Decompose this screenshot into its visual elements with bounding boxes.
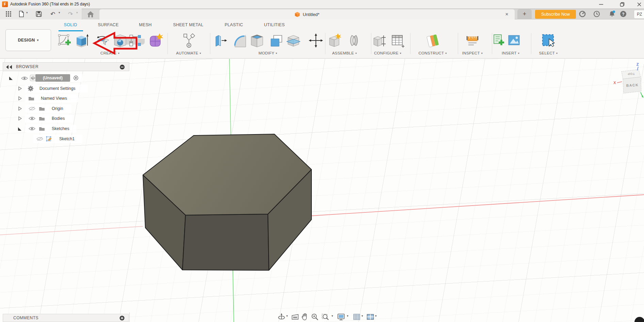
new-tab-button[interactable]: +: [517, 9, 532, 19]
orbit-icon[interactable]: [277, 313, 286, 321]
display-settings-icon[interactable]: [337, 313, 345, 321]
configuration-table-icon[interactable]: [390, 33, 405, 48]
document-name-chip[interactable]: (Unsaved): [35, 74, 70, 82]
browser-row-document-settings[interactable]: Document Settings: [3, 84, 129, 93]
grid-menu-caret[interactable]: ▾: [361, 314, 363, 318]
press-pull-icon[interactable]: [213, 33, 228, 48]
recent-data-clock-icon[interactable]: [593, 10, 600, 18]
expand-comments-icon[interactable]: [119, 316, 125, 321]
group-label-construct[interactable]: CONSTRUCT▾: [418, 51, 447, 55]
insert-derive-icon[interactable]: [491, 33, 506, 48]
fit-zoom-window-icon[interactable]: [321, 313, 329, 321]
activate-radio-icon[interactable]: [73, 75, 79, 81]
zoom-icon[interactable]: [311, 313, 319, 321]
job-status-icon[interactable]: [579, 10, 586, 18]
collapsed-caret-icon[interactable]: [18, 107, 22, 111]
file-new-icon[interactable]: [18, 11, 25, 17]
avatar[interactable]: PZ: [634, 10, 644, 19]
grid-and-snaps-icon[interactable]: [353, 313, 361, 321]
eye-hidden-icon[interactable]: [36, 137, 43, 141]
group-label-insert[interactable]: INSERT▾: [502, 51, 519, 55]
create-form-icon[interactable]: [148, 33, 163, 48]
subscribe-button[interactable]: Subscribe Now: [535, 10, 576, 19]
group-label-automate[interactable]: AUTOMATE▾: [176, 51, 201, 55]
close-icon: [637, 2, 642, 7]
collapse-tree-icon[interactable]: [119, 64, 125, 70]
automate-icon[interactable]: [181, 33, 196, 48]
comments-bar[interactable]: COMMENTS: [3, 314, 129, 322]
browser-row-sketches[interactable]: Sketches: [3, 124, 129, 133]
view-cube[interactable]: TOP BACK Z X: [613, 62, 644, 99]
close-tab-icon[interactable]: ✕: [504, 11, 510, 17]
expanded-caret-icon[interactable]: [18, 127, 22, 131]
collapse-panel-icon[interactable]: [5, 65, 13, 69]
shell-icon[interactable]: [249, 33, 264, 48]
group-label-configure[interactable]: CONFIGURE▾: [374, 51, 401, 55]
row-label: Named Views: [41, 94, 67, 103]
joint-icon[interactable]: [347, 33, 361, 48]
undo-icon[interactable]: ↶: [50, 11, 57, 17]
canvas-icon[interactable]: [506, 33, 521, 48]
minimize-button[interactable]: [594, 0, 609, 9]
offset-plane-icon[interactable]: [425, 33, 440, 48]
group-label-select[interactable]: SELECT▾: [539, 51, 558, 55]
help-icon[interactable]: ?: [619, 10, 627, 18]
split-body-icon[interactable]: [286, 33, 301, 48]
redo-icon[interactable]: ↷: [68, 11, 75, 17]
eye-visible-icon[interactable]: [21, 76, 28, 80]
close-button[interactable]: [632, 0, 644, 9]
file-menu-caret[interactable]: ▾: [26, 11, 28, 14]
model-body[interactable]: [143, 134, 311, 270]
browser-row-sketch1[interactable]: Sketch1: [3, 134, 129, 143]
document-tab[interactable]: Untitled* ✕: [99, 9, 515, 19]
viewports-menu-caret[interactable]: ▾: [375, 314, 377, 318]
browser-row-root[interactable]: (Unsaved): [3, 74, 129, 82]
select-icon[interactable]: [541, 33, 556, 48]
configure-icon[interactable]: [372, 33, 387, 48]
tab-sheet-metal[interactable]: SHEET METAL: [173, 22, 204, 27]
new-component-icon[interactable]: [327, 33, 342, 48]
tab-solid[interactable]: SOLID: [64, 22, 77, 27]
eye-hidden-icon[interactable]: [29, 107, 35, 111]
browser-row-origin[interactable]: Origin: [3, 104, 129, 113]
model-face-front[interactable]: [182, 214, 269, 270]
design-workspace-menu[interactable]: DESIGN ▾: [5, 29, 51, 51]
eye-visible-icon[interactable]: [29, 127, 35, 131]
tab-plastic[interactable]: PLASTIC: [225, 22, 243, 27]
measure-icon[interactable]: [465, 33, 480, 48]
browser-header[interactable]: BROWSER: [3, 62, 129, 71]
undo-menu-caret[interactable]: ▾: [59, 11, 60, 14]
eye-visible-icon[interactable]: [29, 116, 35, 120]
tab-surface[interactable]: SURFACE: [98, 22, 118, 27]
expanded-caret-icon[interactable]: [9, 76, 13, 80]
tab-mesh[interactable]: MESH: [139, 22, 151, 27]
group-label-modify[interactable]: MODIFY▾: [259, 51, 277, 55]
fillet-icon[interactable]: [231, 33, 246, 48]
tab-utilities[interactable]: UTILITIES: [264, 22, 285, 27]
pan-icon[interactable]: [301, 313, 309, 321]
browser-row-bodies[interactable]: Bodies: [3, 114, 129, 123]
zoom-menu-caret[interactable]: ▾: [332, 314, 333, 318]
orbit-menu-caret[interactable]: ▾: [286, 314, 288, 318]
redo-menu-caret[interactable]: ▾: [76, 11, 78, 14]
display-menu-caret[interactable]: ▾: [347, 314, 349, 318]
collapsed-caret-icon[interactable]: [18, 96, 22, 100]
viewports-icon[interactable]: [366, 313, 374, 321]
group-label-inspect[interactable]: INSPECT▾: [462, 51, 483, 55]
move-copy-icon[interactable]: [308, 33, 323, 48]
save-icon[interactable]: [35, 11, 42, 17]
collapsed-caret-icon[interactable]: [18, 86, 22, 91]
browser-row-named-views[interactable]: Named Views: [3, 94, 129, 103]
look-at-icon[interactable]: [291, 313, 299, 321]
collapsed-caret-icon[interactable]: [18, 116, 22, 120]
restore-button[interactable]: [615, 0, 630, 9]
home-view-button[interactable]: [82, 9, 99, 19]
extrude-icon[interactable]: [75, 33, 90, 48]
row-label: Document Settings: [39, 84, 76, 93]
app-grid-icon[interactable]: [5, 11, 12, 17]
notifications-bell-icon[interactable]: [608, 10, 616, 18]
create-sketch-icon[interactable]: [57, 33, 72, 48]
group-label-assemble[interactable]: ASSEMBLE▾: [332, 51, 357, 55]
window-title: Autodesk Fusion 360 (Trial ends in 25 da…: [10, 0, 90, 9]
combine-icon[interactable]: [269, 33, 284, 48]
